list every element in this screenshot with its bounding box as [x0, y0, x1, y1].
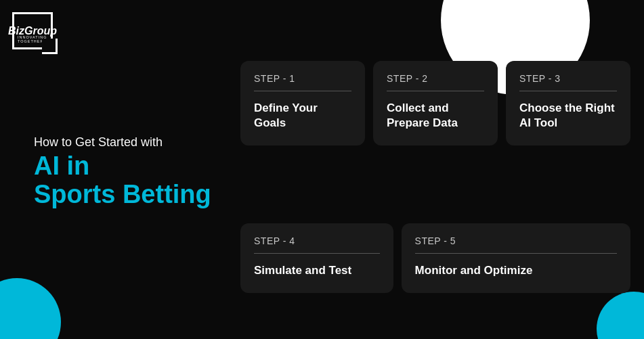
steps-row1: STEP - 1 Define Your Goals STEP - 2 Coll… [240, 61, 630, 154]
step-5-title: Monitor and Optimize [415, 263, 617, 278]
step-1-title: Define Your Goals [254, 101, 351, 131]
step-2-divider [387, 91, 484, 91]
steps-row2: STEP - 4 Simulate and Test STEP - 5 Moni… [240, 223, 630, 293]
logo-tagline: INNOVATING TOGETHER [18, 35, 51, 43]
step-2-title: Collect and Prepare Data [387, 101, 484, 131]
step-card-3: STEP - 3 Choose the Right AI Tool [506, 61, 630, 145]
step-3-divider [519, 91, 617, 91]
step-5-label: STEP - 5 [415, 235, 617, 246]
step-card-5: STEP - 5 Monitor and Optimize [402, 223, 630, 293]
step-card-4: STEP - 4 Simulate and Test [240, 223, 393, 293]
logo: BizGroup INNOVATING TOGETHER [12, 12, 53, 49]
step-3-label: STEP - 3 [519, 73, 617, 84]
step-2-label: STEP - 2 [387, 73, 484, 84]
step-card-1: STEP - 1 Define Your Goals [240, 61, 365, 145]
decorative-circle-bottom-left [0, 278, 61, 339]
logo-box: BizGroup INNOVATING TOGETHER [12, 12, 53, 49]
highlight-line2: Sports Betting [34, 181, 211, 209]
decorative-circle-bottom-right [597, 292, 644, 339]
left-content: How to Get Started with AI in Sports Bet… [34, 135, 211, 209]
highlight-line1: AI in [34, 152, 211, 181]
intro-text: How to Get Started with [34, 135, 211, 150]
step-4-title: Simulate and Test [254, 263, 380, 278]
step-1-label: STEP - 1 [254, 73, 351, 84]
step-3-title: Choose the Right AI Tool [519, 101, 617, 131]
step-5-divider [415, 253, 617, 254]
step-4-label: STEP - 4 [254, 235, 380, 246]
step-4-divider [254, 253, 380, 254]
step-1-divider [254, 91, 351, 91]
step-card-2: STEP - 2 Collect and Prepare Data [373, 61, 498, 145]
